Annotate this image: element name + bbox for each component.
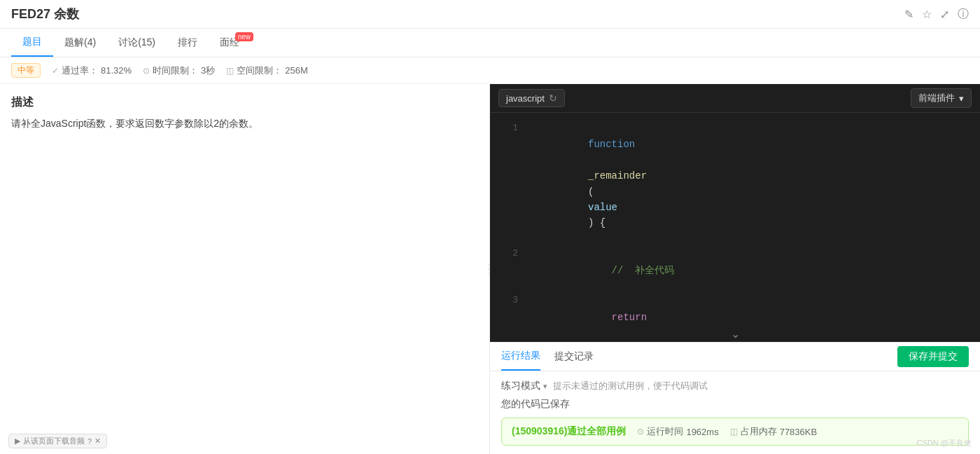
close-icon[interactable]: ✕ (94, 436, 101, 446)
code-line-2: 2 // 补全代码 (490, 247, 980, 294)
new-badge: new (235, 32, 253, 41)
main-content: 描述 请补全JavaScript函数，要求返回数字参数除以2的余数。 javas… (0, 84, 980, 454)
practice-mode-row: 练习模式 ▾ 提示未通过的测试用例，便于代码调试 (501, 380, 969, 392)
param-value: value (588, 202, 617, 213)
left-panel: 描述 请补全JavaScript函数，要求返回数字参数除以2的余数。 (0, 84, 490, 454)
desc-text: 请补全JavaScript函数，要求返回数字参数除以2的余数。 (11, 116, 478, 132)
code-line-1: 1 function _remainder ( value ) { (490, 121, 980, 247)
bottom-panel: 运行结果 提交记录 保存并提交 练习模式 ▾ 提示未通过的测试用例，便于代码调试 (490, 342, 980, 454)
tab-solution[interactable]: 题解(4) (53, 29, 107, 56)
editor-header: javascript ↻ 保存并提交 前端插件 ▾ (490, 84, 980, 113)
tab-rank[interactable]: 排行 (167, 29, 209, 56)
resize-handle[interactable] (486, 255, 490, 283)
share-icon[interactable]: ⤢ (940, 8, 949, 21)
result-pass-text: (150903916)通过全部用例 (512, 425, 626, 438)
code-editor[interactable]: 1 function _remainder ( value ) { 2 // 补… (490, 113, 980, 325)
question-icon: ? (88, 437, 92, 446)
edit-icon[interactable]: ✎ (904, 8, 913, 21)
desc-title: 描述 (11, 95, 478, 110)
pass-rate: ✓ 通过率： 81.32% (52, 64, 132, 77)
practice-mode-toggle[interactable]: 练习模式 ▾ (501, 380, 547, 392)
chevron-down-icon: ▾ (959, 93, 964, 104)
arrow-icon: ▾ (543, 382, 547, 391)
top-bar-icons: ✎ ☆ ⤢ ⓘ (904, 7, 969, 22)
chevron-down-icon: ⌄ (731, 327, 740, 340)
space-limit: ◫ 空间限制： 256M (226, 64, 308, 77)
resize-dot-3 (489, 273, 491, 275)
frontend-plugin-button[interactable]: 保存并提交 前端插件 ▾ (911, 88, 972, 108)
resize-dot-1 (489, 264, 491, 266)
page-title: FED27 余数 (11, 6, 79, 22)
star-icon[interactable]: ☆ (922, 8, 932, 21)
resize-dot-2 (489, 268, 491, 270)
meta-row: 中等 ✓ 通过率： 81.32% ⊙ 时间限制： 3秒 ◫ 空间限制： 256M (0, 57, 980, 84)
tab-discuss[interactable]: 讨论(15) (107, 29, 167, 56)
right-panel: javascript ↻ 保存并提交 前端插件 ▾ 1 function _re… (490, 84, 980, 454)
fn-name: _remainder (588, 170, 647, 181)
memory-stat: ◫ 占用内存 77836KB (730, 425, 818, 438)
time-limit: ⊙ 时间限制： 3秒 (143, 64, 215, 77)
info-icon[interactable]: ⓘ (958, 7, 969, 22)
memory-icon: ◫ (226, 66, 234, 76)
language-selector[interactable]: javascript ↻ (498, 89, 565, 107)
code-line-3: 3 return value -( value >> 2 ); (490, 294, 980, 325)
play-icon: ▶ (15, 436, 20, 446)
save-submit-button[interactable]: 保存并提交 (897, 346, 969, 367)
audio-bar[interactable]: ▶ 从该页面下载音频 ? ✕ (8, 434, 107, 448)
lang-label: javascript (506, 93, 545, 104)
tab-problem[interactable]: 题目 (11, 29, 53, 57)
difficulty-tag: 中等 (11, 63, 41, 78)
clock-icon: ⊙ (637, 427, 644, 436)
result-card: (150903916)通过全部用例 ⊙ 运行时间 1962ms ◫ 占用内存 7… (501, 418, 969, 446)
bottom-tabs: 运行结果 提交记录 保存并提交 (490, 343, 980, 371)
watermark: CSDN @不良使 (917, 438, 972, 448)
clock-icon: ⊙ (143, 66, 150, 76)
keyword-return: return (588, 312, 647, 323)
top-bar: FED27 余数 ✎ ☆ ⤢ ⓘ (0, 0, 980, 29)
keyword-function: function (588, 139, 635, 150)
check-icon: ✓ (52, 66, 59, 76)
tab-interview[interactable]: 面经 new (209, 29, 251, 56)
nav-tabs: 题目 题解(4) 讨论(15) 排行 面经 new (0, 29, 980, 57)
run-result-body: 练习模式 ▾ 提示未通过的测试用例，便于代码调试 您的代码已保存 (150903… (490, 371, 980, 454)
tab-run-result[interactable]: 运行结果 (501, 343, 540, 371)
code-comment: // 补全代码 (588, 265, 674, 276)
saved-message: 您的代码已保存 (501, 398, 969, 411)
refresh-icon[interactable]: ↻ (549, 92, 557, 104)
runtime-stat: ⊙ 运行时间 1962ms (637, 425, 718, 438)
tab-submit-history[interactable]: 提交记录 (554, 343, 594, 370)
collapse-button[interactable]: ⌄ (490, 325, 980, 342)
memory-icon: ◫ (730, 427, 738, 436)
